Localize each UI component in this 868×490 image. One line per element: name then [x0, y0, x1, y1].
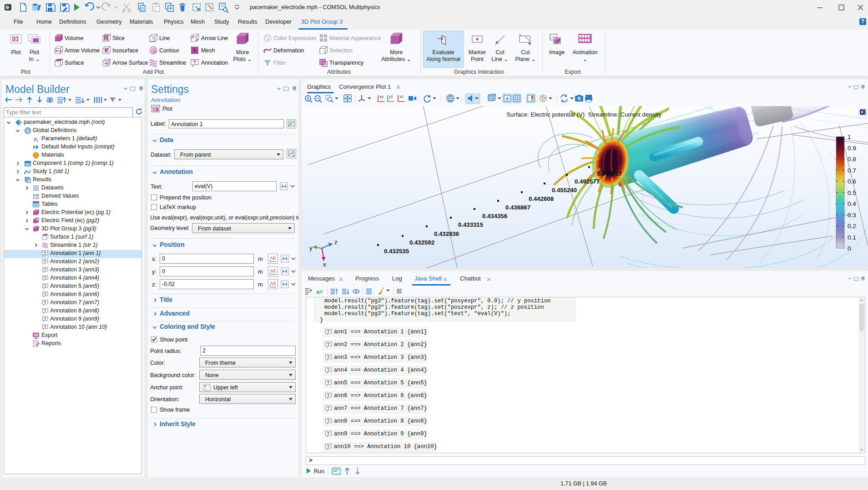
svg-text:0.1: 0.1 [848, 234, 856, 241]
svg-text:0.432836: 0.432836 [434, 230, 459, 237]
svg-text:0.5: 0.5 [848, 189, 856, 196]
svg-text:0.4: 0.4 [848, 200, 856, 207]
svg-text:z: z [334, 239, 338, 245]
svg-text:0.644517: 0.644517 [597, 170, 622, 177]
svg-text:0.492577: 0.492577 [575, 178, 600, 185]
svg-text:0.3: 0.3 [848, 212, 856, 219]
svg-text:0.436867: 0.436867 [505, 204, 530, 211]
svg-text:xy: xy [379, 94, 384, 99]
svg-text:0.434356: 0.434356 [482, 213, 507, 219]
svg-text:Surface: Electric potential (V: Surface: Electric potential (V) Streamli… [506, 111, 661, 118]
svg-text:0.2: 0.2 [848, 223, 856, 230]
svg-text:e-12: e-12 [33, 196, 39, 199]
svg-text:0.9: 0.9 [848, 145, 856, 152]
svg-text:1: 1 [848, 133, 851, 140]
svg-text:y: y [309, 245, 313, 251]
svg-text:0.7: 0.7 [848, 167, 856, 174]
svg-text:yz: yz [389, 94, 394, 99]
svg-text:a=: a= [316, 288, 323, 295]
svg-text:Run: Run [314, 468, 324, 475]
svg-text:Pi: Pi [34, 137, 39, 143]
svg-text:0.8: 0.8 [848, 156, 856, 163]
svg-text:0.433315: 0.433315 [458, 221, 483, 228]
svg-text:0.455240: 0.455240 [552, 187, 577, 194]
svg-text:0.442608: 0.442608 [529, 195, 554, 202]
svg-text:0.6: 0.6 [848, 178, 856, 185]
svg-text:xz: xz [399, 94, 404, 99]
svg-text:0.432592: 0.432592 [409, 239, 434, 246]
svg-text:0: 0 [848, 245, 851, 252]
svg-text:x: x [323, 261, 326, 268]
svg-text:0.432535: 0.432535 [384, 248, 409, 255]
